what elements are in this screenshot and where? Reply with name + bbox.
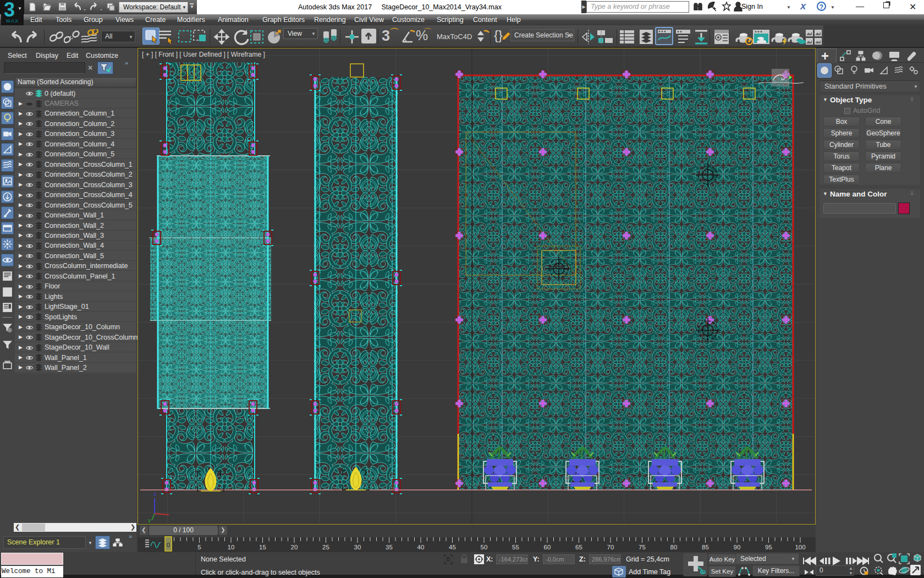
svg-text:80: 80 <box>670 544 678 550</box>
svg-text:15: 15 <box>259 544 266 550</box>
svg-text:35: 35 <box>386 544 393 550</box>
svg-text:0: 0 <box>167 542 170 548</box>
svg-text:10: 10 <box>228 544 235 550</box>
svg-text:100: 100 <box>795 544 805 550</box>
svg-text:70: 70 <box>607 544 614 550</box>
svg-text:65: 65 <box>575 544 582 550</box>
svg-text:5: 5 <box>197 544 201 550</box>
svg-text:30: 30 <box>354 544 361 550</box>
svg-text:50: 50 <box>481 544 488 550</box>
svg-text:90: 90 <box>734 544 741 550</box>
svg-text:40: 40 <box>417 544 425 550</box>
svg-text:20: 20 <box>291 544 298 550</box>
svg-text:85: 85 <box>702 544 709 550</box>
svg-text:55: 55 <box>512 544 519 550</box>
svg-text:95: 95 <box>765 544 772 550</box>
svg-text:y: y <box>148 517 151 523</box>
svg-text:75: 75 <box>639 544 646 550</box>
svg-text:25: 25 <box>322 544 329 550</box>
svg-text:z: z <box>153 490 157 497</box>
svg-text:60: 60 <box>544 544 551 550</box>
svg-text:45: 45 <box>449 544 456 550</box>
